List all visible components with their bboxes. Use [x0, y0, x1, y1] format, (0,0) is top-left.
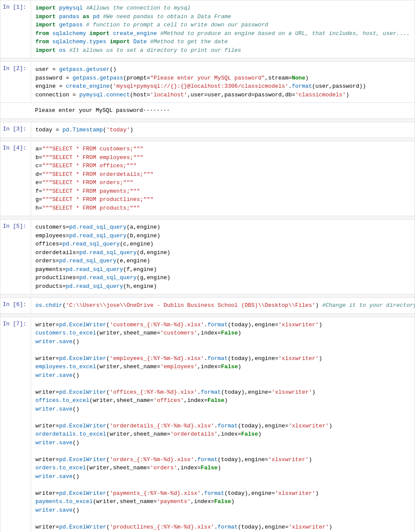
cell-label-2: In [2]:	[0, 62, 31, 102]
cell-4[interactable]: In [4]:a="""SELECT * FROM customers;""" …	[0, 141, 415, 216]
cell-label-3: In [3]:	[0, 122, 31, 138]
cell-content-4[interactable]: a="""SELECT * FROM customers;""" b="""SE…	[31, 141, 415, 216]
cell-1[interactable]: In [1]:import pymysql #Allows the connec…	[0, 0, 415, 58]
cell-output-2: Please enter your MySQL password········	[0, 103, 415, 119]
cell-label-1: In [1]:	[0, 0, 31, 58]
cell-content-5[interactable]: customers=pd.read_sql_query(a,engine) em…	[31, 220, 415, 294]
cell-output-label-2	[0, 103, 31, 118]
cell-separator-3	[0, 216, 415, 220]
cell-separator-4	[0, 294, 415, 298]
cell-content-2[interactable]: user = getpass.getuser() password = getp…	[31, 62, 415, 102]
cell-label-4: In [4]:	[0, 141, 31, 216]
cell-content-1[interactable]: import pymysql #Allows the connection to…	[31, 0, 415, 58]
cell-output-content-2: Please enter your MySQL password········	[31, 103, 415, 118]
cell-5[interactable]: In [5]:customers=pd.read_sql_query(a,eng…	[0, 220, 415, 294]
cell-7[interactable]: In [7]:writer=pd.ExcelWriter('customers_…	[0, 317, 415, 532]
cell-separator-5	[0, 314, 415, 317]
cell-separator-2	[0, 138, 415, 141]
cell-content-3[interactable]: today = pd.Timestamp('today')	[31, 122, 415, 138]
notebook: In [1]:import pymysql #Allows the connec…	[0, 0, 415, 532]
cell-3[interactable]: In [3]:today = pd.Timestamp('today')	[0, 122, 415, 138]
cell-separator-0	[0, 58, 415, 62]
cell-separator-1	[0, 119, 415, 122]
cell-2[interactable]: In [2]:user = getpass.getuser() password…	[0, 62, 415, 103]
cell-label-5: In [5]:	[0, 220, 31, 294]
cell-6[interactable]: In [6]:os.chdir('C:\\Users\\jose\\OneDri…	[0, 298, 415, 314]
cell-content-6[interactable]: os.chdir('C:\\Users\\jose\\OneDrive - Du…	[31, 298, 415, 313]
cell-label-7: In [7]:	[0, 317, 31, 532]
cell-label-6: In [6]:	[0, 298, 31, 313]
cell-content-7[interactable]: writer=pd.ExcelWriter('customers_{:%Y-%m…	[31, 317, 415, 532]
